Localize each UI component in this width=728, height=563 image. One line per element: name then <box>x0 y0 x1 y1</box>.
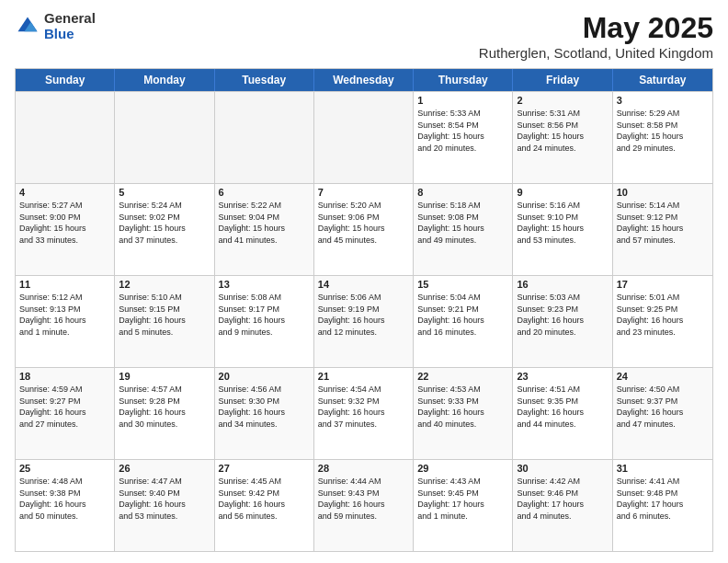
day-number: 23 <box>517 371 608 382</box>
day-info: Sunrise: 5:18 AM Sunset: 9:08 PM Dayligh… <box>417 200 508 246</box>
day-info: Sunrise: 5:20 AM Sunset: 9:06 PM Dayligh… <box>318 200 409 246</box>
day-info: Sunrise: 5:31 AM Sunset: 8:56 PM Dayligh… <box>517 108 608 154</box>
day-number: 24 <box>617 371 709 382</box>
day-number: 2 <box>517 95 608 106</box>
calendar-cell: 27Sunrise: 4:45 AM Sunset: 9:42 PM Dayli… <box>215 460 314 551</box>
calendar-row: 4Sunrise: 5:27 AM Sunset: 9:00 PM Daylig… <box>16 183 712 275</box>
day-info: Sunrise: 5:24 AM Sunset: 9:02 PM Dayligh… <box>119 200 210 246</box>
calendar-cell: 13Sunrise: 5:08 AM Sunset: 9:17 PM Dayli… <box>215 276 314 367</box>
calendar-cell: 23Sunrise: 4:51 AM Sunset: 9:35 PM Dayli… <box>513 368 612 459</box>
day-info: Sunrise: 5:10 AM Sunset: 9:15 PM Dayligh… <box>119 292 210 338</box>
calendar: SundayMondayTuesdayWednesdayThursdayFrid… <box>15 68 713 552</box>
calendar-cell <box>215 92 314 183</box>
day-info: Sunrise: 5:29 AM Sunset: 8:58 PM Dayligh… <box>617 108 709 154</box>
day-info: Sunrise: 4:41 AM Sunset: 9:48 PM Dayligh… <box>617 476 709 522</box>
day-info: Sunrise: 4:53 AM Sunset: 9:33 PM Dayligh… <box>417 384 508 430</box>
calendar-cell: 9Sunrise: 5:16 AM Sunset: 9:10 PM Daylig… <box>513 184 612 275</box>
day-number: 25 <box>19 463 110 474</box>
day-info: Sunrise: 4:51 AM Sunset: 9:35 PM Dayligh… <box>517 384 608 430</box>
calendar-cell: 16Sunrise: 5:03 AM Sunset: 9:23 PM Dayli… <box>513 276 612 367</box>
day-number: 19 <box>119 371 210 382</box>
day-number: 18 <box>19 371 110 382</box>
calendar-row: 11Sunrise: 5:12 AM Sunset: 9:13 PM Dayli… <box>16 275 712 367</box>
day-info: Sunrise: 5:27 AM Sunset: 9:00 PM Dayligh… <box>19 200 110 246</box>
day-number: 21 <box>318 371 409 382</box>
day-number: 20 <box>219 371 310 382</box>
calendar-cell: 4Sunrise: 5:27 AM Sunset: 9:00 PM Daylig… <box>16 184 115 275</box>
calendar-cell <box>115 92 214 183</box>
calendar-cell: 7Sunrise: 5:20 AM Sunset: 9:06 PM Daylig… <box>314 184 414 275</box>
day-number: 10 <box>617 187 709 198</box>
header-day-monday: Monday <box>115 69 214 91</box>
day-number: 13 <box>219 279 310 290</box>
title-area: May 2025 Rutherglen, Scotland, United Ki… <box>479 11 713 61</box>
calendar-cell: 15Sunrise: 5:04 AM Sunset: 9:21 PM Dayli… <box>414 276 513 367</box>
day-info: Sunrise: 4:48 AM Sunset: 9:38 PM Dayligh… <box>19 476 110 522</box>
calendar-cell: 20Sunrise: 4:56 AM Sunset: 9:30 PM Dayli… <box>215 368 314 459</box>
main-title: May 2025 <box>479 11 713 45</box>
header-day-saturday: Saturday <box>613 69 712 91</box>
calendar-cell: 2Sunrise: 5:31 AM Sunset: 8:56 PM Daylig… <box>513 92 612 183</box>
logo-blue-text: Blue <box>44 27 96 42</box>
day-number: 27 <box>219 463 310 474</box>
calendar-cell: 26Sunrise: 4:47 AM Sunset: 9:40 PM Dayli… <box>115 460 214 551</box>
calendar-cell: 24Sunrise: 4:50 AM Sunset: 9:37 PM Dayli… <box>613 368 712 459</box>
day-info: Sunrise: 4:43 AM Sunset: 9:45 PM Dayligh… <box>417 476 508 522</box>
day-info: Sunrise: 5:01 AM Sunset: 9:25 PM Dayligh… <box>617 292 709 338</box>
day-info: Sunrise: 5:06 AM Sunset: 9:19 PM Dayligh… <box>318 292 409 338</box>
calendar-cell: 11Sunrise: 5:12 AM Sunset: 9:13 PM Dayli… <box>16 276 115 367</box>
day-info: Sunrise: 5:22 AM Sunset: 9:04 PM Dayligh… <box>219 200 310 246</box>
calendar-cell: 6Sunrise: 5:22 AM Sunset: 9:04 PM Daylig… <box>215 184 314 275</box>
logo: General Blue <box>15 11 96 41</box>
day-info: Sunrise: 4:50 AM Sunset: 9:37 PM Dayligh… <box>617 384 709 430</box>
day-info: Sunrise: 5:33 AM Sunset: 8:54 PM Dayligh… <box>417 108 508 154</box>
calendar-header: SundayMondayTuesdayWednesdayThursdayFrid… <box>16 69 712 91</box>
day-number: 28 <box>318 463 409 474</box>
day-number: 3 <box>617 95 709 106</box>
day-info: Sunrise: 4:56 AM Sunset: 9:30 PM Dayligh… <box>219 384 310 430</box>
calendar-cell: 14Sunrise: 5:06 AM Sunset: 9:19 PM Dayli… <box>314 276 414 367</box>
day-number: 16 <box>517 279 608 290</box>
day-number: 8 <box>417 187 508 198</box>
day-number: 1 <box>417 95 508 106</box>
header-day-thursday: Thursday <box>414 69 513 91</box>
day-number: 11 <box>19 279 110 290</box>
day-info: Sunrise: 4:54 AM Sunset: 9:32 PM Dayligh… <box>318 384 409 430</box>
day-number: 6 <box>219 187 310 198</box>
day-number: 12 <box>119 279 210 290</box>
header: General Blue May 2025 Rutherglen, Scotla… <box>15 11 713 61</box>
calendar-cell: 31Sunrise: 4:41 AM Sunset: 9:48 PM Dayli… <box>613 460 712 551</box>
calendar-body: 1Sunrise: 5:33 AM Sunset: 8:54 PM Daylig… <box>16 91 712 551</box>
day-info: Sunrise: 4:42 AM Sunset: 9:46 PM Dayligh… <box>517 476 608 522</box>
header-day-tuesday: Tuesday <box>215 69 314 91</box>
calendar-cell: 12Sunrise: 5:10 AM Sunset: 9:15 PM Dayli… <box>115 276 214 367</box>
calendar-cell: 19Sunrise: 4:57 AM Sunset: 9:28 PM Dayli… <box>115 368 214 459</box>
day-number: 31 <box>617 463 709 474</box>
calendar-cell: 8Sunrise: 5:18 AM Sunset: 9:08 PM Daylig… <box>414 184 513 275</box>
header-day-wednesday: Wednesday <box>314 69 414 91</box>
day-number: 26 <box>119 463 210 474</box>
day-info: Sunrise: 5:16 AM Sunset: 9:10 PM Dayligh… <box>517 200 608 246</box>
calendar-row: 25Sunrise: 4:48 AM Sunset: 9:38 PM Dayli… <box>16 459 712 551</box>
day-number: 5 <box>119 187 210 198</box>
day-info: Sunrise: 4:44 AM Sunset: 9:43 PM Dayligh… <box>318 476 409 522</box>
header-day-friday: Friday <box>513 69 612 91</box>
calendar-cell <box>16 92 115 183</box>
calendar-cell: 1Sunrise: 5:33 AM Sunset: 8:54 PM Daylig… <box>414 92 513 183</box>
subtitle: Rutherglen, Scotland, United Kingdom <box>479 45 713 61</box>
calendar-cell: 3Sunrise: 5:29 AM Sunset: 8:58 PM Daylig… <box>613 92 712 183</box>
day-info: Sunrise: 5:12 AM Sunset: 9:13 PM Dayligh… <box>19 292 110 338</box>
day-info: Sunrise: 5:04 AM Sunset: 9:21 PM Dayligh… <box>417 292 508 338</box>
calendar-row: 18Sunrise: 4:59 AM Sunset: 9:27 PM Dayli… <box>16 367 712 459</box>
day-info: Sunrise: 5:03 AM Sunset: 9:23 PM Dayligh… <box>517 292 608 338</box>
calendar-cell: 29Sunrise: 4:43 AM Sunset: 9:45 PM Dayli… <box>414 460 513 551</box>
calendar-cell: 25Sunrise: 4:48 AM Sunset: 9:38 PM Dayli… <box>16 460 115 551</box>
day-number: 30 <box>517 463 608 474</box>
day-number: 15 <box>417 279 508 290</box>
header-day-sunday: Sunday <box>16 69 115 91</box>
calendar-row: 1Sunrise: 5:33 AM Sunset: 8:54 PM Daylig… <box>16 91 712 183</box>
calendar-cell: 30Sunrise: 4:42 AM Sunset: 9:46 PM Dayli… <box>513 460 612 551</box>
day-info: Sunrise: 4:57 AM Sunset: 9:28 PM Dayligh… <box>119 384 210 430</box>
calendar-cell <box>314 92 414 183</box>
day-number: 29 <box>417 463 508 474</box>
